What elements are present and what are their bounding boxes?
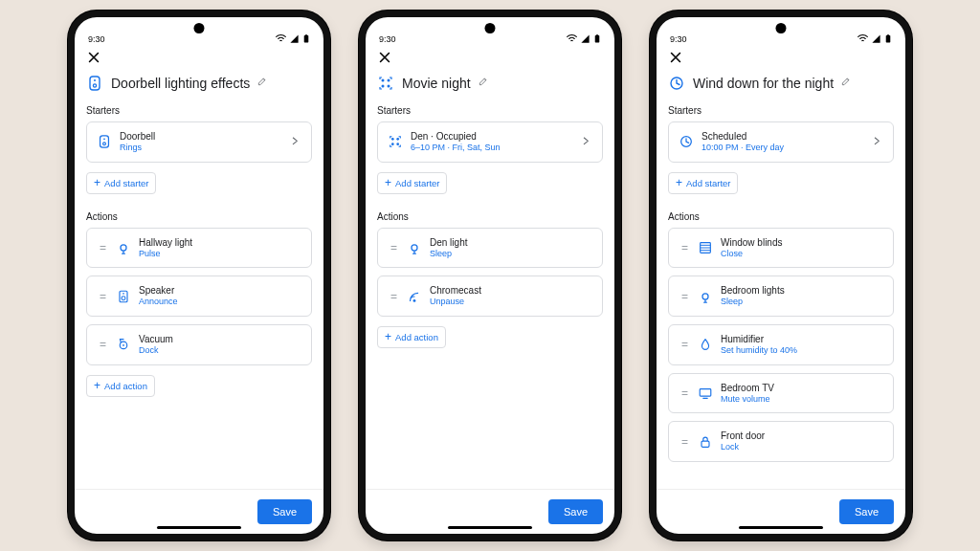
card-title: Doorbell	[120, 130, 282, 143]
lock-icon	[698, 434, 713, 450]
cast-icon	[407, 289, 422, 304]
plus-icon: +	[385, 179, 391, 187]
card-light[interactable]: = Den light Sleep	[377, 228, 603, 269]
card-doorbell[interactable]: Doorbell Rings	[86, 121, 312, 163]
chevron-right-icon	[581, 136, 592, 147]
card-title: Window blinds	[721, 236, 883, 249]
card-light[interactable]: = Hallway light Pulse	[86, 228, 312, 269]
chevron-right-icon	[872, 136, 883, 147]
edit-title-button[interactable]	[479, 75, 490, 92]
add-starter-button[interactable]: +Add starter	[86, 172, 156, 194]
card-vacuum[interactable]: = Vacuum Dock	[86, 324, 312, 365]
drag-handle-icon[interactable]: =	[97, 339, 108, 350]
edit-title-button[interactable]	[841, 75, 853, 92]
card-title: Front door	[721, 430, 883, 442]
card-text: Chromecast Unpause	[430, 284, 592, 308]
drag-handle-icon[interactable]: =	[679, 291, 690, 302]
content: Starters Scheduled 10:00 PM · Every day …	[657, 101, 905, 489]
card-subtitle: Unpause	[430, 297, 592, 308]
plus-icon: +	[94, 382, 100, 390]
screen: Movie night Starters Den · Occupied 6–10…	[366, 17, 614, 534]
card-speaker[interactable]: = Speaker Announce	[86, 276, 312, 317]
blinds-icon	[698, 240, 713, 255]
title-row: Movie night	[366, 67, 614, 101]
drag-handle-icon[interactable]: =	[388, 242, 399, 253]
close-button[interactable]	[668, 50, 683, 65]
drag-handle-icon[interactable]: =	[679, 339, 690, 350]
plus-icon: +	[94, 179, 100, 187]
card-blinds[interactable]: = Window blinds Close	[668, 228, 894, 269]
card-lock[interactable]: = Front door Lock	[668, 421, 894, 462]
card-title: Scheduled	[702, 130, 864, 143]
add-action-button[interactable]: +Add action	[86, 375, 155, 397]
edit-icon	[257, 77, 269, 88]
card-title: Vacuum	[139, 333, 301, 345]
drag-handle-icon[interactable]: =	[97, 291, 108, 302]
card-text: Den · Occupied 6–10 PM · Fri, Sat, Sun	[411, 130, 573, 154]
together-icon	[377, 75, 394, 92]
chevron-right-icon	[290, 136, 301, 147]
drag-handle-icon[interactable]: =	[388, 291, 399, 302]
drag-handle-icon[interactable]: =	[679, 436, 690, 448]
close-button[interactable]	[86, 50, 101, 65]
card-text: Humidifier Set humidity to 40%	[721, 333, 883, 357]
card-humidifier[interactable]: = Humidifier Set humidity to 40%	[668, 324, 894, 365]
card-text: Doorbell Rings	[120, 130, 282, 154]
card-subtitle: Sleep	[721, 297, 883, 308]
card-title: Speaker	[139, 284, 301, 297]
card-title: Humidifier	[721, 333, 883, 345]
add-action-button[interactable]: +Add action	[377, 326, 446, 348]
light-icon	[698, 289, 713, 304]
title-row: Wind down for the night	[657, 67, 905, 101]
page-title: Doorbell lighting effects	[111, 76, 250, 91]
plus-icon: +	[385, 333, 391, 342]
card-subtitle: Pulse	[139, 249, 301, 260]
card-subtitle: 6–10 PM · Fri, Sat, Sun	[411, 143, 573, 154]
tv-icon	[698, 386, 713, 401]
card-text: Speaker Announce	[139, 284, 301, 308]
card-subtitle: Dock	[139, 345, 301, 357]
actions-label: Actions	[86, 211, 312, 222]
save-button[interactable]: Save	[257, 499, 312, 524]
add-starter-button[interactable]: +Add starter	[668, 172, 738, 194]
edit-icon	[479, 77, 490, 88]
content: Starters Den · Occupied 6–10 PM · Fri, S…	[366, 101, 614, 489]
drag-handle-icon[interactable]: =	[679, 387, 690, 399]
phone-1: 9:30 Doorbell lighting effects Starters	[68, 11, 330, 540]
card-text: Window blinds Close	[721, 236, 883, 260]
edit-title-button[interactable]	[257, 75, 269, 92]
phone-2: 9:30 Movie night Starters Den · Occupi	[359, 11, 621, 540]
card-subtitle: Lock	[721, 442, 883, 453]
home-indicator	[739, 526, 823, 529]
drag-handle-icon[interactable]: =	[679, 242, 690, 253]
light-icon	[407, 240, 422, 255]
save-button[interactable]: Save	[839, 499, 894, 524]
card-subtitle: Set humidity to 40%	[721, 345, 883, 357]
screen: Wind down for the night Starters Schedul…	[657, 17, 905, 534]
card-light[interactable]: = Bedroom lights Sleep	[668, 276, 894, 317]
card-title: Den light	[430, 236, 592, 249]
card-cast[interactable]: = Chromecast Unpause	[377, 276, 603, 317]
together-icon	[388, 134, 403, 149]
card-title: Hallway light	[139, 236, 301, 249]
speaker-icon	[116, 289, 131, 304]
card-tv[interactable]: = Bedroom TV Mute volume	[668, 373, 894, 414]
actions-label: Actions	[377, 211, 603, 222]
drag-handle-icon[interactable]: =	[97, 242, 108, 253]
card-text: Den light Sleep	[430, 236, 592, 260]
add-starter-button[interactable]: +Add starter	[377, 172, 447, 194]
card-clock[interactable]: Scheduled 10:00 PM · Every day	[668, 121, 894, 163]
close-icon	[668, 50, 683, 65]
save-button[interactable]: Save	[548, 499, 603, 524]
card-title: Bedroom TV	[721, 382, 883, 394]
doorbell-icon	[97, 134, 112, 149]
close-button[interactable]	[377, 50, 392, 65]
page-title: Wind down for the night	[693, 76, 834, 91]
card-text: Hallway light Pulse	[139, 236, 301, 260]
card-subtitle: Sleep	[430, 249, 592, 260]
screen: Doorbell lighting effects Starters Doorb…	[75, 17, 323, 534]
clock-icon	[668, 75, 685, 92]
clock-icon	[679, 134, 694, 149]
card-together[interactable]: Den · Occupied 6–10 PM · Fri, Sat, Sun	[377, 121, 603, 163]
humidifier-icon	[698, 337, 713, 352]
